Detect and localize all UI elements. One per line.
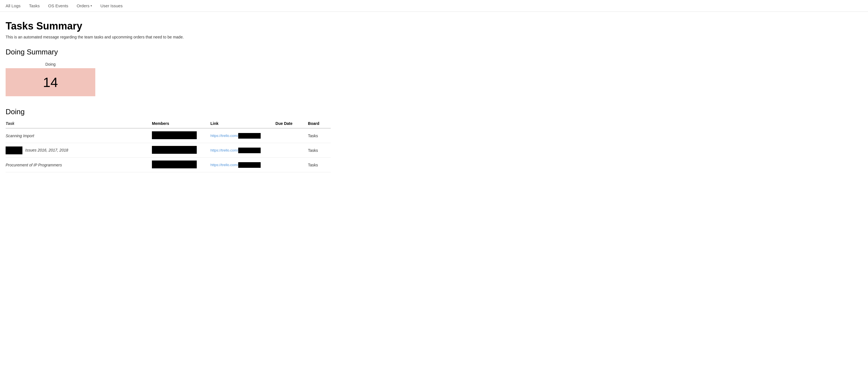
- board-cell: Tasks: [308, 143, 331, 158]
- nav-orders-dropdown[interactable]: Orders ▾: [76, 3, 92, 8]
- trello-link[interactable]: https://trello.com/: [211, 163, 238, 167]
- col-board: Board: [308, 119, 331, 128]
- table-row: Procurement of IP Programmers https://tr…: [6, 158, 331, 172]
- link-prefix: https://trello.com/: [211, 163, 238, 167]
- col-link: Link: [211, 119, 276, 128]
- board-cell: Tasks: [308, 158, 331, 172]
- members-cell: [152, 158, 211, 172]
- chart-label: Doing: [6, 62, 95, 66]
- doing-count: 14: [43, 75, 58, 90]
- doing-table-title: Doing: [6, 108, 331, 116]
- due-date-cell: [276, 158, 308, 172]
- link-redacted: [238, 133, 261, 139]
- task-name: Procurement of IP Programmers: [6, 163, 62, 167]
- task-cell: Procurement of IP Programmers: [6, 158, 152, 172]
- members-redacted: [152, 146, 197, 154]
- due-date-cell: [276, 128, 308, 143]
- chevron-down-icon: ▾: [91, 4, 92, 7]
- nav-user-issues[interactable]: User Issues: [100, 3, 122, 8]
- board-cell: Tasks: [308, 128, 331, 143]
- doing-table: Task Members Link Due Date Board Scannin…: [6, 119, 331, 172]
- link-redacted: [238, 148, 261, 153]
- task-name: Issues 2016, 2017, 2018: [25, 148, 68, 152]
- link-redacted: [238, 162, 261, 168]
- due-date-cell: [276, 143, 308, 158]
- col-members: Members: [152, 119, 211, 128]
- task-cell: Scanning Import: [6, 128, 152, 143]
- members-redacted: [152, 161, 197, 168]
- link-cell: https://trello.com/: [211, 143, 276, 158]
- main-content: Tasks Summary This is an automated messa…: [0, 12, 336, 181]
- table-row: Scanning Import https://trello.com/ Task…: [6, 128, 331, 143]
- nav-orders-label: Orders: [76, 3, 89, 8]
- nav-tasks[interactable]: Tasks: [29, 3, 39, 8]
- page-subtitle: This is an automated message regarding t…: [6, 35, 331, 39]
- link-prefix: https://trello.com/: [211, 148, 238, 152]
- task-cell: Issues 2016, 2017, 2018: [6, 143, 152, 158]
- col-task: Task: [6, 119, 152, 128]
- table-row: Issues 2016, 2017, 2018 https://trello.c…: [6, 143, 331, 158]
- trello-link[interactable]: https://trello.com/: [211, 134, 238, 138]
- trello-link[interactable]: https://trello.com/: [211, 148, 238, 152]
- chart-area: Doing 14: [6, 62, 331, 96]
- members-cell: [152, 143, 211, 158]
- task-badge: [6, 146, 23, 154]
- col-due-date: Due Date: [276, 119, 308, 128]
- link-cell: https://trello.com/: [211, 158, 276, 172]
- link-cell: https://trello.com/: [211, 128, 276, 143]
- main-nav: All Logs Tasks OS Events Orders ▾ User I…: [0, 0, 868, 12]
- members-redacted: [152, 131, 197, 139]
- members-cell: [152, 128, 211, 143]
- link-prefix: https://trello.com/: [211, 134, 238, 138]
- page-title: Tasks Summary: [6, 20, 331, 32]
- nav-os-events[interactable]: OS Events: [48, 3, 68, 8]
- nav-all-logs[interactable]: All Logs: [6, 3, 21, 8]
- task-name: Scanning Import: [6, 134, 34, 138]
- doing-summary-title: Doing Summary: [6, 48, 331, 56]
- doing-bar: 14: [6, 68, 95, 96]
